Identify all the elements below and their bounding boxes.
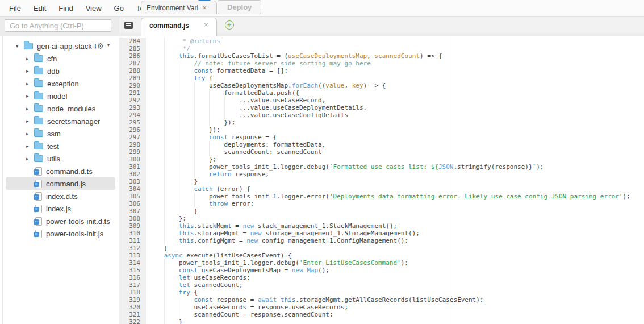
line-number[interactable]: 297 — [119, 134, 146, 141]
line-number[interactable]: 307 — [119, 207, 146, 215]
tree-root-folder[interactable]: ▾gen-ai-app-stack-Us⚙▾ — [6, 40, 115, 52]
chevron-right-icon[interactable]: ▸ — [26, 131, 34, 136]
line-number[interactable]: 317 — [119, 281, 146, 289]
code-line: ...value.useCaseDeploymentDetails, — [149, 104, 644, 111]
indent-guide — [149, 89, 164, 97]
tab-close-icon[interactable]: × — [204, 22, 208, 28]
menu-item-view[interactable]: View — [80, 0, 108, 16]
code-line: deployments: formattedData, — [149, 141, 644, 148]
chevron-right-icon[interactable]: ▸ — [26, 106, 34, 111]
chevron-right-icon[interactable]: ▸ — [26, 81, 34, 86]
line-number[interactable]: 312 — [119, 244, 146, 252]
tree-item-command-js[interactable]: command.js — [6, 177, 115, 190]
tree-item-model[interactable]: ▸model — [6, 90, 115, 102]
tree-item-ssm[interactable]: ▸ssm — [6, 127, 115, 140]
line-number[interactable]: 285 — [119, 45, 146, 52]
line-number[interactable]: 305 — [119, 193, 146, 200]
chevron-down-icon[interactable]: ▾ — [16, 43, 24, 49]
line-number[interactable]: 293 — [119, 104, 146, 111]
line-number[interactable]: 287 — [119, 60, 146, 67]
line-number[interactable]: 319 — [119, 296, 146, 304]
tab-command.js[interactable]: command.js× — [141, 18, 217, 36]
tab-list-icon[interactable] — [124, 22, 133, 29]
line-number[interactable]: 304 — [119, 185, 146, 193]
line-number[interactable]: 308 — [119, 215, 146, 222]
line-number[interactable]: 314 — [119, 259, 146, 267]
deploy-button[interactable]: Deploy — [218, 0, 261, 14]
chevron-right-icon[interactable]: ▸ — [26, 118, 34, 124]
indent-guide — [149, 60, 164, 67]
code-line: this.stackMgmt = new stack_management_1.… — [149, 222, 644, 230]
line-number[interactable]: 301 — [119, 163, 146, 171]
tree-item-label: ddb — [47, 67, 60, 76]
line-number-gutter[interactable]: 2842852862872882892902912922932942952962… — [119, 38, 146, 324]
chevron-right-icon[interactable]: ▸ — [26, 156, 34, 161]
menu-item-file[interactable]: File — [3, 0, 27, 16]
indent-guide — [209, 119, 224, 126]
line-number[interactable]: 295 — [119, 119, 146, 126]
line-number[interactable]: 309 — [119, 222, 146, 230]
code-content[interactable]: * @returns */this.formatUseCasesToList =… — [149, 38, 644, 324]
line-number[interactable]: 311 — [119, 237, 146, 244]
menu-item-go[interactable]: Go — [108, 0, 130, 16]
gear-caret-icon[interactable]: ▾ — [107, 43, 110, 48]
line-number[interactable]: 318 — [119, 289, 146, 296]
tree-item-node-modules[interactable]: ▸node_modules — [6, 102, 115, 115]
indent-guide — [164, 178, 179, 185]
tree-item-utils[interactable]: ▸utils — [6, 152, 115, 165]
tab-close-icon[interactable]: × — [202, 5, 207, 11]
line-number[interactable]: 294 — [119, 111, 146, 119]
tree-item-command-d-ts[interactable]: command.d.ts — [6, 165, 115, 177]
line-number[interactable]: 298 — [119, 141, 146, 148]
line-number[interactable]: 321 — [119, 311, 146, 318]
line-number[interactable]: 288 — [119, 67, 146, 74]
line-number[interactable]: 296 — [119, 126, 146, 134]
tree-item-power-tools-init-js[interactable]: power-tools-init.js — [6, 227, 115, 240]
tree-item-index-js[interactable]: index.js — [6, 202, 115, 215]
code-editor[interactable]: 2842852862872882892902912922932942952962… — [119, 36, 644, 324]
line-number[interactable]: 290 — [119, 82, 146, 89]
line-number[interactable]: 322 — [119, 318, 146, 324]
code-line: }; — [149, 215, 644, 222]
line-number[interactable]: 313 — [119, 252, 146, 259]
indent-guide — [194, 97, 210, 104]
code-file-icon — [35, 192, 42, 201]
tree-item-test[interactable]: ▸test — [6, 140, 115, 152]
chevron-right-icon[interactable]: ▸ — [26, 143, 34, 149]
line-number[interactable]: 289 — [119, 74, 146, 82]
indent-guide — [164, 207, 179, 215]
line-number[interactable]: 284 — [119, 38, 146, 45]
line-number[interactable]: 315 — [119, 267, 146, 274]
line-number[interactable]: 291 — [119, 89, 146, 97]
line-number[interactable]: 286 — [119, 52, 146, 60]
line-number[interactable]: 299 — [119, 148, 146, 156]
gear-icon[interactable]: ⚙ — [97, 41, 104, 51]
line-number[interactable]: 303 — [119, 178, 146, 185]
line-number[interactable]: 320 — [119, 304, 146, 311]
indent-guide — [164, 74, 179, 82]
tab-environment-vari[interactable]: Environment Vari× — [141, 1, 217, 14]
tree-item-cfn[interactable]: ▸cfn — [6, 52, 115, 65]
indent-guide — [179, 89, 194, 97]
line-number[interactable]: 310 — [119, 230, 146, 237]
chevron-right-icon[interactable]: ▸ — [26, 93, 34, 99]
menu-item-find[interactable]: Find — [52, 0, 79, 16]
add-tab-button[interactable]: + — [225, 20, 234, 30]
goto-anything-input[interactable] — [5, 19, 111, 32]
line-number[interactable]: 300 — [119, 156, 146, 163]
tree-item-index-d-ts[interactable]: index.d.ts — [6, 190, 115, 202]
chevron-right-icon[interactable]: ▸ — [26, 68, 34, 74]
line-number[interactable]: 292 — [119, 97, 146, 104]
chevron-right-icon[interactable]: ▸ — [26, 56, 34, 61]
tree-item-exception[interactable]: ▸exception — [6, 77, 115, 90]
tree-item-power-tools-init-d-ts[interactable]: power-tools-init.d.ts — [6, 215, 115, 227]
code-line: this.formatUseCasesToList = (useCaseDepl… — [149, 52, 644, 60]
tree-item-ddb[interactable]: ▸ddb — [6, 65, 115, 77]
menu-item-edit[interactable]: Edit — [27, 0, 52, 16]
indent-guide — [194, 156, 210, 163]
line-number[interactable]: 306 — [119, 200, 146, 207]
tree-item-secretsmanager[interactable]: ▸secretsmanager — [6, 115, 115, 127]
file-tree-panel[interactable]: ▾gen-ai-app-stack-Us⚙▾▸cfn▸ddb▸exception… — [0, 36, 119, 324]
line-number[interactable]: 316 — [119, 274, 146, 281]
line-number[interactable]: 302 — [119, 171, 146, 178]
